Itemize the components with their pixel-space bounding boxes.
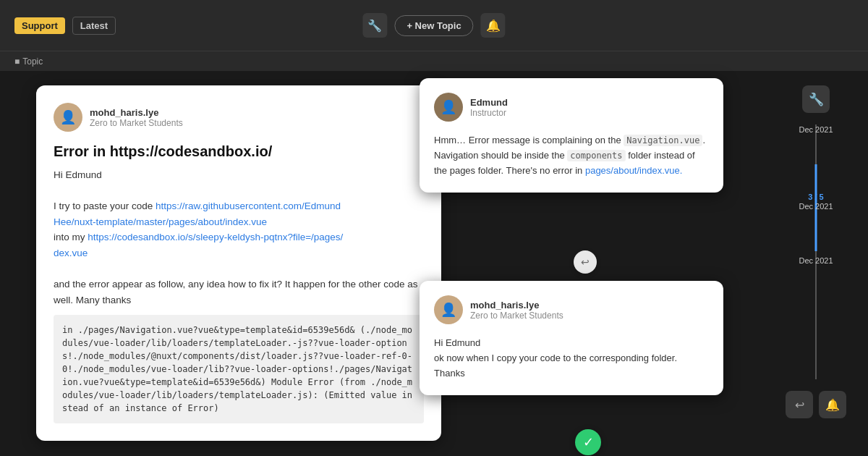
- sidebar-reply-button[interactable]: ↩: [786, 391, 813, 418]
- bell-button[interactable]: 🔔: [481, 13, 506, 38]
- timeline-label-bottom: Dec 2021: [799, 256, 833, 266]
- timeline-label-mid: 3 / 5 Dec 2021: [799, 193, 833, 211]
- post-link-2[interactable]: https://codesandbox.io/s/sleepy-keldysh-…: [54, 232, 343, 258]
- reply1-inline-code-1: Navigation.vue: [624, 135, 702, 146]
- reply2-greeting: Hi Edmund: [434, 336, 709, 351]
- breadcrumb-bar: ■ Topic: [0, 51, 868, 71]
- reply2-text: ok now when I copy your code to the corr…: [434, 351, 709, 381]
- post-paragraph-3: and the error appear as follow, any idea…: [54, 276, 424, 308]
- tag-support[interactable]: Support: [14, 17, 65, 34]
- sidebar-wrench-button[interactable]: 🔧: [802, 85, 830, 113]
- wrench-button[interactable]: 🔧: [362, 13, 387, 38]
- timeline-date-top: Dec 2021: [799, 124, 833, 135]
- check-mark: ✓: [583, 434, 594, 450]
- reply2-author-name: mohd_haris.lye: [470, 300, 563, 311]
- post-text-2: into my: [54, 232, 88, 242]
- timeline-container: Dec 2021 3 / 5 Dec 2021 Dec 2021: [794, 124, 838, 379]
- timeline-label-top: Dec 2021: [799, 124, 833, 135]
- post-text-1: I try to paste your code: [54, 200, 156, 211]
- link2-text: https://codesandbox.io/s/sleepy-keldysh-…: [88, 232, 343, 242]
- reply1-author-row: 👤 Edmund Instructor: [434, 93, 709, 122]
- sidebar-notification-button[interactable]: 🔔: [819, 391, 846, 418]
- post-body: Hi Edmund I try to paste your code https…: [54, 167, 424, 423]
- reply1-text-1: Hmm… Error message is complaining on the: [434, 135, 624, 145]
- reply1-author-role: Instructor: [470, 108, 508, 118]
- post-paragraph-1: I try to paste your code https://raw.git…: [54, 198, 424, 229]
- link1-extra: Hee/nuxt-template/master/pages/about/ind…: [54, 216, 267, 227]
- post-card: 👤 mohd_haris.lye Zero to Market Students…: [36, 85, 441, 441]
- reply1-body: Hmm… Error message is complaining on the…: [434, 133, 709, 178]
- author-info: mohd_haris.lye Zero to Market Students: [90, 107, 183, 128]
- post-greeting: Hi Edmund: [54, 167, 424, 183]
- reply-card-1: 👤 Edmund Instructor Hmm… Error message i…: [420, 78, 723, 193]
- timeline-date-mid: Dec 2021: [799, 201, 833, 211]
- post-code-block: in ./pages/Navigation.vue?vue&type=templ…: [54, 315, 424, 423]
- reply1-author-info: Edmund Instructor: [470, 97, 508, 118]
- post-paragraph-2: into my https://codesandbox.io/s/sleepy-…: [54, 229, 424, 261]
- main-area: 👤 mohd_haris.lye Zero to Market Students…: [0, 71, 868, 456]
- right-sidebar: 🔧 Dec 2021 3 / 5 Dec 2021 Dec 2021 ↩ 🔔: [786, 85, 846, 418]
- breadcrumb-icon: ■: [14, 56, 20, 67]
- post-title: Error in https://codesandbox.io/: [54, 143, 424, 160]
- timeline-line: [815, 124, 817, 379]
- reply2-author-row: 👤 mohd_haris.lye Zero to Market Students: [434, 295, 709, 324]
- timeline-date-bottom: Dec 2021: [799, 256, 833, 266]
- reply2-avatar: 👤: [434, 295, 463, 324]
- reply2-body: Hi Edmund ok now when I copy your code t…: [434, 336, 709, 381]
- tag-latest[interactable]: Latest: [72, 17, 116, 35]
- reply-card-2: 👤 mohd_haris.lye Zero to Market Students…: [420, 281, 723, 395]
- author-name: mohd_haris.lye: [90, 107, 183, 118]
- reply2-author-info: mohd_haris.lye Zero to Market Students: [470, 300, 563, 321]
- check-icon: ✓: [575, 429, 601, 455]
- link2-extra: dex.vue: [54, 248, 88, 258]
- topbar-center-actions: 🔧 + New Topic 🔔: [362, 13, 505, 38]
- reply1-link[interactable]: pages/about/index.vue.: [585, 165, 682, 176]
- reply-icon: ↩: [581, 256, 590, 268]
- reply1-author-name: Edmund: [470, 97, 508, 108]
- reply-action-button[interactable]: ↩: [574, 250, 597, 274]
- reply1-avatar: 👤: [434, 93, 463, 122]
- new-topic-button[interactable]: + New Topic: [394, 15, 473, 36]
- reply2-author-role: Zero to Market Students: [470, 311, 563, 321]
- link1-text: https://raw.githubusercontent.com/Edmund: [156, 200, 341, 211]
- topbar: Support Latest 🔧 + New Topic 🔔: [0, 0, 868, 51]
- author-role: Zero to Market Students: [90, 118, 183, 128]
- reply1-inline-code-2: components: [567, 150, 625, 161]
- sidebar-bottom-buttons: ↩ 🔔: [786, 391, 846, 418]
- post-author-row: 👤 mohd_haris.lye Zero to Market Students: [54, 103, 424, 132]
- avatar: 👤: [54, 103, 82, 132]
- breadcrumb: Topic: [22, 56, 43, 67]
- timeline-fraction: 3 / 5: [799, 193, 833, 201]
